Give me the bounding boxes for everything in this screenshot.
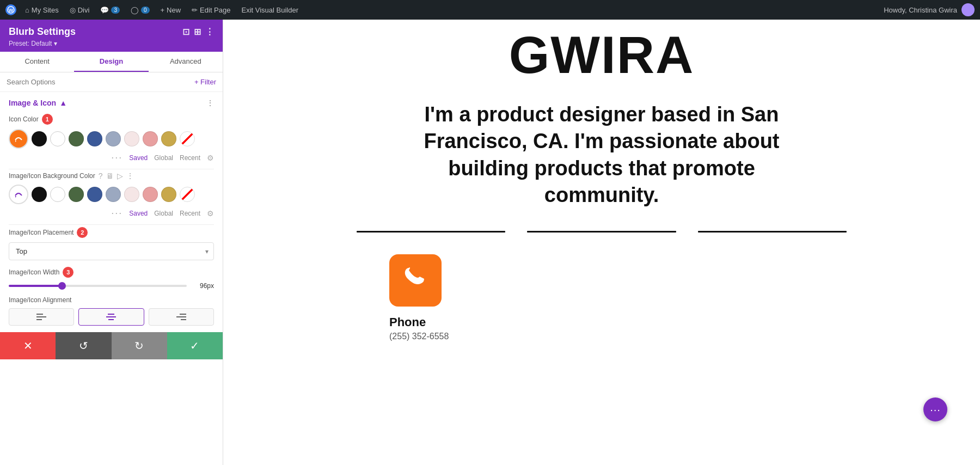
bg-swatch-none[interactable]	[180, 187, 195, 202]
swatch-black[interactable]	[32, 131, 47, 146]
search-input[interactable]	[7, 78, 190, 86]
saved-label: Saved	[129, 154, 148, 162]
swatch-settings-icon[interactable]: ⚙	[207, 154, 214, 162]
bg-swatch-light-pink[interactable]	[124, 187, 139, 202]
panel-title: Blurb Settings	[9, 26, 76, 38]
bg-active-color-swatch[interactable]	[9, 185, 28, 204]
placement-label: Image/Icon Placement 2	[9, 227, 214, 238]
bubble-icon: ◯	[131, 6, 139, 14]
site-title: GWIRA	[509, 20, 695, 85]
blurb-section: Phone (255) 352-6558	[357, 254, 847, 341]
undo-button[interactable]: ↺	[56, 332, 111, 359]
more-options-icon[interactable]: ⋮	[205, 27, 214, 37]
swatch-none[interactable]	[180, 131, 195, 146]
bg-global-label: Global	[154, 210, 173, 217]
sites-icon: ⌂	[25, 6, 29, 14]
swatch-green[interactable]	[69, 131, 84, 146]
pencil-icon: ✏	[192, 6, 198, 14]
bg-saved-label: Saved	[129, 210, 148, 217]
desktop-icon[interactable]: 🖥	[106, 172, 114, 180]
new-button[interactable]: + New	[158, 5, 183, 15]
blurb-subtitle: (255) 352-6558	[389, 332, 449, 341]
bg-color-swatches	[9, 185, 214, 204]
swatch-slate[interactable]	[106, 131, 121, 146]
width-slider-row: 96px	[9, 282, 214, 290]
search-bar: + Filter	[0, 72, 223, 92]
icon-color-badge: 1	[42, 114, 53, 125]
tab-design[interactable]: Design	[74, 52, 148, 72]
svg-text:W: W	[9, 8, 14, 13]
image-icon-section: Image & Icon ▲ ⋮ Icon Color 1	[0, 92, 223, 332]
blurb-icon	[389, 254, 442, 307]
cursor-icon[interactable]: ▷	[117, 172, 123, 180]
swatch-light-pink[interactable]	[124, 131, 139, 146]
exit-builder-link[interactable]: Exit Visual Builder	[239, 5, 301, 15]
align-center-button[interactable]	[78, 308, 144, 326]
placement-select-wrapper: Top Left Right Bottom ▾	[9, 242, 214, 260]
edit-page-link[interactable]: ✏ Edit Page	[189, 5, 232, 15]
confirm-button[interactable]: ✓	[167, 332, 223, 359]
swatch-pink[interactable]	[143, 131, 158, 146]
align-left-button[interactable]	[9, 308, 74, 326]
recent-label: Recent	[180, 154, 200, 162]
wp-admin-bar: W ⌂ My Sites ◎ Divi 💬 3 ◯ 0 + New ✏ Edit…	[0, 0, 980, 20]
section-more-icon[interactable]: ⋮	[206, 99, 214, 107]
icon-color-label: Icon Color 1	[9, 114, 214, 125]
align-right-button[interactable]	[149, 308, 214, 326]
icon-swatch-actions: ··· Saved Global Recent ⚙	[9, 151, 214, 167]
preset-dropdown[interactable]: Preset: Default	[9, 40, 214, 47]
bg-color-label: Image/Icon Background Color ? 🖥 ▷ ⋮	[9, 172, 214, 180]
comments-link[interactable]: 💬 3	[98, 5, 122, 15]
tab-content[interactable]: Content	[0, 52, 74, 72]
help-icon[interactable]: ?	[99, 172, 103, 180]
width-slider-track	[9, 285, 187, 287]
bg-swatch-settings-icon[interactable]: ⚙	[207, 209, 214, 218]
section-header: Image & Icon ▲ ⋮	[9, 99, 214, 107]
bio-text: I'm a product designer based in San Fran…	[395, 101, 808, 209]
bg-swatch-black[interactable]	[32, 187, 47, 202]
bg-swatch-slate[interactable]	[106, 187, 121, 202]
bg-recent-label: Recent	[180, 210, 200, 217]
swatch-gold[interactable]	[161, 131, 176, 146]
alignment-row	[9, 308, 214, 326]
comments-icon: 💬	[100, 6, 109, 14]
tab-advanced[interactable]: Advanced	[149, 52, 223, 72]
bg-swatch-gold[interactable]	[161, 187, 176, 202]
swatch-blue[interactable]	[87, 131, 102, 146]
width-slider-fill	[9, 285, 62, 287]
layout-icon[interactable]: ⊞	[194, 27, 201, 37]
panel-header: Blurb Settings ⊡ ⊞ ⋮ Preset: Default	[0, 20, 223, 52]
bubbles-link[interactable]: ◯ 0	[128, 5, 152, 15]
avatar[interactable]	[961, 3, 975, 16]
bg-swatch-blue[interactable]	[87, 187, 102, 202]
active-color-swatch[interactable]	[9, 129, 28, 149]
bg-swatch-dots[interactable]: ···	[111, 207, 122, 219]
placement-select[interactable]: Top Left Right Bottom	[9, 242, 214, 260]
my-sites-link[interactable]: ⌂ My Sites	[23, 5, 61, 15]
width-slider-thumb[interactable]	[58, 282, 66, 290]
width-badge: 3	[63, 267, 74, 278]
expand-icon[interactable]: ⊡	[182, 27, 189, 37]
bg-swatch-actions: ··· Saved Global Recent ⚙	[9, 206, 214, 222]
cancel-button[interactable]: ✕	[0, 332, 56, 359]
divider-row	[357, 231, 847, 233]
placement-badge: 2	[77, 227, 88, 238]
bg-more-icon[interactable]: ⋮	[126, 172, 134, 180]
collapse-icon[interactable]: ▲	[59, 99, 67, 107]
section-title-text: Image & Icon	[9, 99, 56, 107]
redo-button[interactable]: ↻	[112, 332, 167, 359]
bg-swatch-pink[interactable]	[143, 187, 158, 202]
filter-button[interactable]: + Filter	[194, 78, 216, 86]
divi-link[interactable]: ◎ Divi	[68, 5, 92, 15]
bg-swatch-white[interactable]	[50, 187, 65, 202]
bg-swatch-green[interactable]	[69, 187, 84, 202]
panel-tabs: Content Design Advanced	[0, 52, 223, 72]
divi-icon: ◎	[70, 6, 76, 14]
wordpress-icon[interactable]: W	[5, 4, 16, 15]
swatch-white[interactable]	[50, 131, 65, 146]
divider-line-2	[527, 231, 676, 233]
swatch-dots[interactable]: ···	[111, 152, 122, 163]
floating-dots-button[interactable]: ···	[923, 397, 947, 421]
content-area: GWIRA I'm a product designer based in Sa…	[223, 20, 980, 465]
width-value: 96px	[192, 282, 214, 290]
